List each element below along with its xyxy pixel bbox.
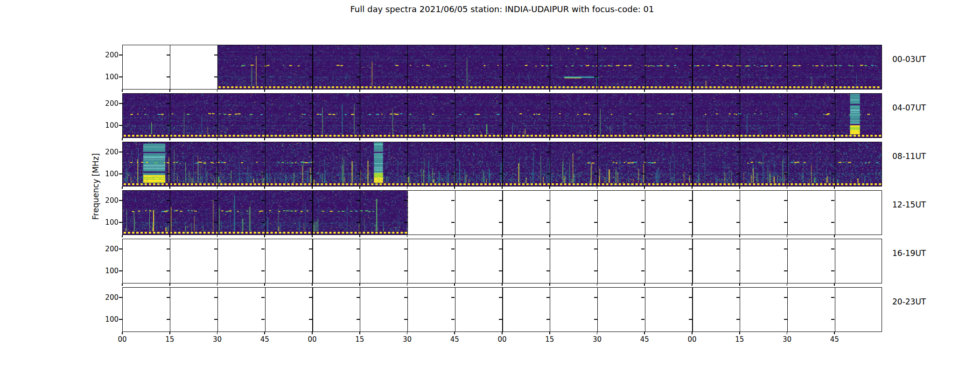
x-tick-label: 45 — [825, 335, 844, 344]
x-tick-mark — [312, 138, 313, 140]
spectrogram-row — [122, 287, 882, 332]
x-tick-mark — [644, 138, 645, 140]
y-tick-mark — [689, 319, 692, 320]
x-tick-mark — [312, 90, 313, 92]
y-tick-mark — [689, 200, 692, 201]
y-tick-mark — [784, 200, 787, 201]
x-tick-mark — [264, 235, 265, 237]
y-tick-mark — [214, 173, 217, 174]
y-tick-mark — [404, 103, 407, 104]
x-tick-label: 00 — [113, 335, 132, 344]
y-tick-mark — [167, 297, 170, 298]
panel-divider — [265, 45, 266, 89]
y-tick-mark — [499, 319, 502, 320]
panel-divider — [692, 288, 693, 332]
x-tick-label: 30 — [398, 335, 417, 344]
y-tick-label: 200 — [100, 148, 119, 156]
y-tick-mark — [261, 319, 265, 320]
panel-divider — [550, 288, 550, 332]
x-tick-mark — [787, 186, 788, 189]
y-tick-mark — [357, 55, 360, 55]
y-tick-mark — [261, 152, 265, 152]
y-tick-mark — [119, 173, 122, 174]
y-tick-mark — [641, 270, 644, 271]
y-tick-mark — [641, 76, 644, 77]
panel-divider — [502, 239, 503, 283]
x-tick-mark — [739, 186, 740, 189]
y-tick-mark — [594, 152, 597, 152]
panel-divider — [312, 142, 313, 186]
x-tick-mark — [597, 90, 598, 92]
y-tick-mark — [357, 125, 360, 126]
y-tick-mark — [357, 319, 360, 320]
y-tick-mark — [736, 125, 740, 126]
y-tick-mark — [831, 319, 834, 320]
panel-divider — [170, 239, 170, 283]
x-tick-mark — [454, 138, 455, 140]
y-tick-mark — [641, 297, 644, 298]
panel-divider — [407, 94, 408, 138]
x-tick-mark — [597, 283, 598, 286]
x-tick-label: 15 — [350, 335, 369, 344]
y-tick-mark — [641, 222, 644, 223]
x-tick-mark — [692, 138, 693, 140]
y-tick-mark — [641, 152, 644, 152]
x-tick-mark — [264, 186, 265, 189]
x-tick-mark — [122, 332, 123, 334]
y-tick-mark — [784, 76, 787, 77]
x-tick-mark — [169, 332, 170, 334]
panel-divider — [835, 45, 835, 89]
y-tick-label: 100 — [100, 218, 119, 227]
y-tick-mark — [689, 173, 692, 174]
panel-divider — [740, 45, 740, 89]
x-tick-label: 45 — [255, 335, 274, 344]
y-tick-mark — [261, 249, 265, 249]
y-tick-label: 200 — [100, 245, 119, 253]
x-tick-mark — [549, 283, 550, 286]
x-tick-mark — [502, 235, 503, 237]
x-tick-mark — [312, 235, 313, 237]
y-tick-mark — [641, 319, 644, 320]
panel-divider — [597, 45, 598, 89]
y-tick-mark — [119, 152, 122, 152]
x-tick-mark — [169, 283, 170, 286]
panel-divider — [312, 94, 313, 138]
y-tick-mark — [784, 152, 787, 152]
y-tick-mark — [309, 222, 312, 223]
y-tick-mark — [309, 76, 312, 77]
y-tick-mark — [736, 103, 740, 104]
y-tick-mark — [689, 249, 692, 249]
y-tick-mark — [357, 200, 360, 201]
x-tick-mark — [502, 90, 503, 92]
y-tick-mark — [214, 297, 217, 298]
y-tick-mark — [784, 125, 787, 126]
y-tick-mark — [167, 319, 170, 320]
x-tick-mark — [787, 283, 788, 286]
panel-divider — [597, 142, 598, 186]
x-tick-mark — [597, 186, 598, 189]
y-tick-mark — [736, 152, 740, 152]
y-tick-label: 100 — [100, 315, 119, 324]
x-tick-mark — [787, 235, 788, 237]
x-tick-mark — [644, 90, 645, 92]
y-tick-mark — [214, 103, 217, 104]
panel-divider — [787, 142, 788, 186]
y-tick-mark — [499, 55, 502, 55]
y-tick-mark — [736, 319, 740, 320]
spectrogram-row — [122, 45, 882, 90]
x-tick-mark — [644, 186, 645, 189]
x-tick-label: 00 — [493, 335, 511, 344]
y-tick-mark — [546, 152, 550, 152]
y-tick-mark — [736, 173, 740, 174]
x-tick-mark — [359, 90, 360, 92]
y-tick-mark — [214, 76, 217, 77]
y-tick-mark — [689, 297, 692, 298]
y-tick-mark — [214, 222, 217, 223]
x-tick-mark — [739, 90, 740, 92]
panel-divider — [407, 239, 408, 283]
y-tick-mark — [831, 173, 834, 174]
y-tick-mark — [357, 103, 360, 104]
panel-divider — [787, 288, 788, 332]
x-tick-mark — [169, 186, 170, 189]
panel-divider — [407, 288, 408, 332]
